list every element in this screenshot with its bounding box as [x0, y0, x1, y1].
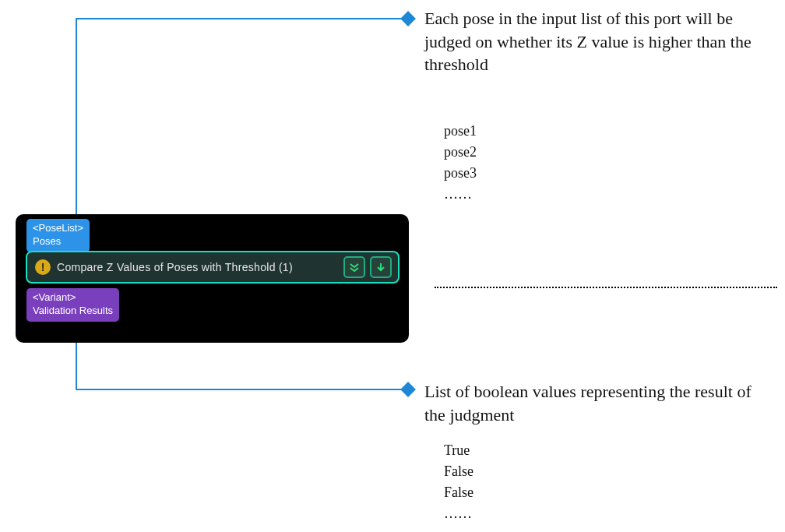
- list-item: ……: [444, 503, 473, 524]
- output-port-validation-results[interactable]: <Variant> Validation Results: [26, 288, 119, 322]
- input-port-name: Poses: [33, 235, 83, 248]
- expand-button[interactable]: [370, 256, 392, 278]
- connector-top-vertical: [76, 18, 77, 219]
- list-item: False: [444, 461, 473, 482]
- annotation-bottom-description: List of boolean values representing the …: [424, 380, 767, 426]
- list-item: pose3: [444, 163, 477, 184]
- warning-glyph: !: [41, 261, 45, 273]
- list-item: True: [444, 440, 473, 461]
- connector-bottom-horizontal: [76, 389, 403, 390]
- list-item: False: [444, 482, 473, 503]
- input-port-poses[interactable]: <PoseList> Poses: [26, 219, 90, 252]
- connector-top-horizontal: [76, 18, 403, 19]
- divider-dotted: [435, 287, 777, 288]
- input-port-type: <PoseList>: [33, 222, 83, 235]
- step-row[interactable]: ! Compare Z Values of Poses with Thresho…: [26, 251, 400, 284]
- callout-marker-bottom: [400, 382, 416, 397]
- arrow-down-icon: [375, 262, 386, 273]
- double-chevron-down-icon: [349, 262, 360, 273]
- output-port-type: <Variant>: [33, 291, 113, 305]
- list-item: pose1: [444, 121, 477, 142]
- output-port-name: Validation Results: [33, 305, 113, 318]
- callout-marker-top: [400, 11, 416, 26]
- step-title: Compare Z Values of Poses with Threshold…: [57, 261, 339, 273]
- expand-all-button[interactable]: [343, 256, 365, 278]
- annotation-top-description: Each pose in the input list of this port…: [424, 7, 752, 76]
- warning-icon: !: [35, 259, 51, 275]
- annotation-top-list: pose1 pose2 pose3 ……: [444, 121, 477, 205]
- list-item: ……: [444, 184, 477, 205]
- annotation-bottom-list: True False False ……: [444, 440, 473, 524]
- list-item: pose2: [444, 142, 477, 163]
